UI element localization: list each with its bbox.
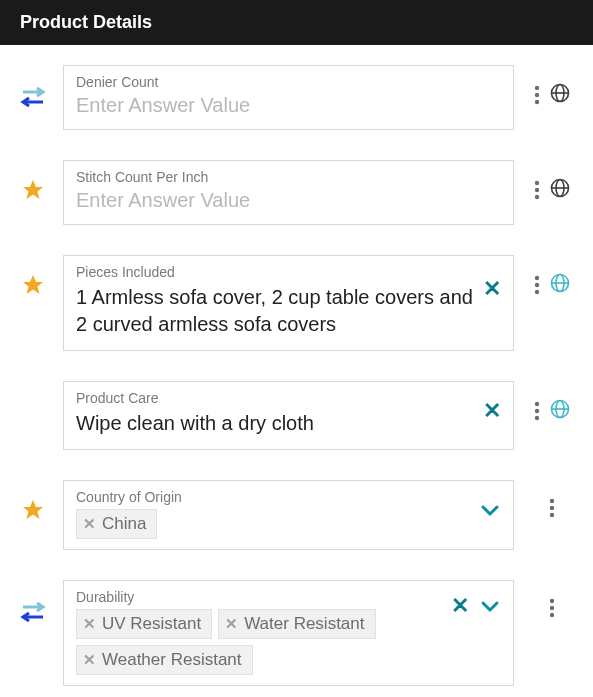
tag-remove-icon[interactable]: ✕	[225, 615, 238, 633]
globe-icon[interactable]	[550, 399, 570, 423]
more-options-icon[interactable]	[549, 498, 555, 518]
svg-point-17	[535, 283, 539, 287]
field-row-country: Country of Origin ✕ China	[15, 480, 578, 550]
field-label: Stitch Count Per Inch	[76, 169, 501, 185]
chevron-down-icon[interactable]	[479, 595, 501, 617]
star-icon	[15, 160, 51, 202]
svg-point-11	[535, 195, 539, 199]
tag-remove-icon[interactable]: ✕	[83, 515, 96, 533]
svg-point-9	[535, 181, 539, 185]
tag-label: Water Resistant	[244, 614, 364, 634]
tag-container: ✕ China	[76, 509, 471, 539]
field-label: Country of Origin	[76, 489, 471, 505]
svg-point-16	[535, 276, 539, 280]
clear-icon[interactable]: ✕	[451, 595, 469, 617]
star-icon	[15, 480, 51, 522]
tag-water-resistant[interactable]: ✕ Water Resistant	[218, 609, 375, 639]
stitch-input[interactable]	[76, 187, 501, 214]
tag-label: China	[102, 514, 146, 534]
more-options-icon[interactable]	[534, 401, 540, 421]
globe-icon[interactable]	[550, 178, 570, 202]
denier-input[interactable]	[76, 92, 501, 119]
tag-uv-resistant[interactable]: ✕ UV Resistant	[76, 609, 212, 639]
field-label: Denier Count	[76, 74, 501, 90]
fields-container: Denier Count Stitch Count Per Inch	[0, 45, 593, 686]
tag-weather-resistant[interactable]: ✕ Weather Resistant	[76, 645, 253, 675]
svg-point-22	[535, 402, 539, 406]
svg-marker-28	[23, 500, 43, 519]
star-icon	[15, 255, 51, 297]
clear-icon[interactable]: ✕	[483, 400, 501, 422]
field-box-pieces[interactable]: Pieces Included 1 Armless sofa cover, 2 …	[63, 255, 514, 351]
svg-point-10	[535, 188, 539, 192]
tag-remove-icon[interactable]: ✕	[83, 615, 96, 633]
indicator-empty	[15, 381, 51, 399]
field-box-stitch[interactable]: Stitch Count Per Inch	[63, 160, 514, 225]
tag-label: UV Resistant	[102, 614, 201, 634]
field-label: Durability	[76, 589, 443, 605]
svg-point-31	[550, 513, 554, 517]
more-options-icon[interactable]	[534, 85, 540, 105]
field-row-care: Product Care Wipe clean with a dry cloth…	[15, 381, 578, 450]
field-box-denier[interactable]: Denier Count	[63, 65, 514, 130]
field-label: Product Care	[76, 390, 475, 406]
bidirectional-arrows-icon	[15, 65, 51, 111]
svg-point-4	[535, 100, 539, 104]
field-row-durability: Durability ✕ UV Resistant ✕ Water Resist…	[15, 580, 578, 686]
svg-point-34	[550, 599, 554, 603]
svg-point-30	[550, 506, 554, 510]
svg-point-35	[550, 606, 554, 610]
field-row-denier: Denier Count	[15, 65, 578, 130]
bidirectional-arrows-icon	[15, 580, 51, 626]
tag-label: Weather Resistant	[102, 650, 242, 670]
tag-remove-icon[interactable]: ✕	[83, 651, 96, 669]
svg-point-3	[535, 93, 539, 97]
globe-icon[interactable]	[550, 83, 570, 107]
tag-container: ✕ UV Resistant ✕ Water Resistant ✕ Weath…	[76, 609, 443, 675]
svg-point-2	[535, 86, 539, 90]
globe-icon[interactable]	[550, 273, 570, 297]
svg-marker-8	[23, 180, 43, 199]
svg-point-18	[535, 290, 539, 294]
field-label: Pieces Included	[76, 264, 475, 280]
field-row-stitch: Stitch Count Per Inch	[15, 160, 578, 225]
section-title: Product Details	[20, 12, 152, 32]
section-header: Product Details	[0, 0, 593, 45]
svg-point-29	[550, 499, 554, 503]
clear-icon[interactable]: ✕	[483, 278, 501, 300]
care-value: Wipe clean with a dry cloth	[76, 408, 475, 439]
chevron-down-icon[interactable]	[479, 499, 501, 521]
field-box-durability[interactable]: Durability ✕ UV Resistant ✕ Water Resist…	[63, 580, 514, 686]
svg-point-24	[535, 416, 539, 420]
more-options-icon[interactable]	[549, 598, 555, 618]
svg-point-23	[535, 409, 539, 413]
more-options-icon[interactable]	[534, 180, 540, 200]
field-box-country[interactable]: Country of Origin ✕ China	[63, 480, 514, 550]
pieces-value: 1 Armless sofa cover, 2 cup table covers…	[76, 282, 475, 340]
svg-marker-15	[23, 275, 43, 294]
tag-china[interactable]: ✕ China	[76, 509, 157, 539]
more-options-icon[interactable]	[534, 275, 540, 295]
svg-point-36	[550, 613, 554, 617]
field-box-care[interactable]: Product Care Wipe clean with a dry cloth…	[63, 381, 514, 450]
field-row-pieces: Pieces Included 1 Armless sofa cover, 2 …	[15, 255, 578, 351]
